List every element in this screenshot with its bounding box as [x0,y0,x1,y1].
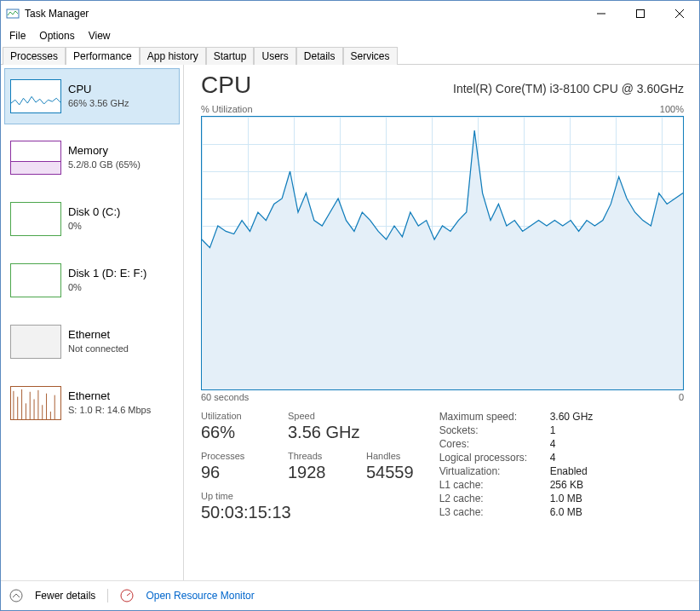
cpu-info-table: Maximum speed:3.60 GHz Sockets:1 Cores:4… [439,411,594,531]
eth1-thumb [10,325,61,359]
body: CPU 66% 3.56 GHz Memory 5.2/8.0 GB (65%)… [1,65,699,580]
tab-details[interactable]: Details [296,47,343,65]
footer-separator [107,589,108,602]
svg-marker-16 [202,130,683,389]
close-button[interactable] [660,1,699,26]
sidebar-eth2-title: Ethernet [68,389,151,404]
info-logical-v: 4 [550,452,556,464]
info-cores-v: 4 [550,438,556,450]
tab-users[interactable]: Users [254,47,295,65]
menubar: File Options View [1,26,699,45]
stat-utilization-label: Utilization [201,411,269,421]
memory-thumb [10,141,61,175]
info-cores-k: Cores: [439,438,550,450]
tab-app-history[interactable]: App history [140,47,206,65]
minimize-button[interactable] [582,1,621,26]
info-logical-k: Logical processors: [439,452,550,464]
stat-speed-value: 3.56 GHz [288,423,359,442]
tab-performance[interactable]: Performance [66,47,140,65]
svg-rect-2 [637,10,645,18]
task-manager-window: Task Manager File Options View Processes… [0,0,700,611]
info-virt-k: Virtualization: [439,465,550,477]
sidebar-disk0-sub: 0% [68,220,120,232]
sidebar-item-disk0[interactable]: Disk 0 (C:) 0% [4,191,180,247]
svg-line-19 [127,593,130,596]
stat-processes-label: Processes [201,451,269,461]
stat-speed-label: Speed [288,411,359,421]
chart-label-top-left: % Utilization [201,104,253,114]
tab-services[interactable]: Services [343,47,398,65]
menu-view[interactable]: View [89,30,111,42]
svg-point-17 [10,590,22,602]
resource-monitor-icon [120,589,134,602]
info-maxspeed-k: Maximum speed: [439,411,550,423]
chevron-up-icon[interactable] [9,589,23,602]
stat-utilization-value: 66% [201,423,269,442]
open-resource-monitor-link[interactable]: Open Resource Monitor [146,590,254,602]
page-title: CPU [201,72,251,99]
fewer-details-link[interactable]: Fewer details [35,590,95,602]
stats-area: Utilization 66% Speed 3.56 GHz Processes… [201,411,684,531]
info-l2-v: 1.0 MB [550,493,582,504]
sidebar-item-ethernet-2[interactable]: Ethernet S: 1.0 R: 14.6 Mbps [4,375,180,431]
sidebar: CPU 66% 3.56 GHz Memory 5.2/8.0 GB (65%)… [1,65,184,580]
eth2-thumb [10,386,61,420]
tabstrip: Processes Performance App history Startu… [1,45,699,65]
footer: Fewer details Open Resource Monitor [1,580,699,610]
info-sockets-k: Sockets: [439,424,550,436]
sidebar-cpu-sub: 66% 3.56 GHz [68,97,129,109]
info-l3-v: 6.0 MB [550,506,582,518]
sidebar-item-disk1[interactable]: Disk 1 (D: E: F:) 0% [4,252,180,308]
stat-threads-label: Threads [288,451,347,461]
info-l2-k: L2 cache: [439,493,550,504]
sidebar-item-ethernet-1[interactable]: Ethernet Not connected [4,314,180,370]
stat-uptime-value: 50:03:15:13 [201,503,291,522]
sidebar-disk0-title: Disk 0 (C:) [68,205,120,220]
tab-startup[interactable]: Startup [206,47,255,65]
stat-handles-label: Handles [366,451,414,461]
info-sockets-v: 1 [550,424,556,436]
info-l1-k: L1 cache: [439,479,550,491]
sidebar-eth1-title: Ethernet [68,328,129,343]
stat-processes-value: 96 [201,463,269,482]
stat-uptime-label: Up time [201,491,291,501]
window-controls [582,1,699,26]
sidebar-item-cpu[interactable]: CPU 66% 3.56 GHz [4,68,180,124]
disk0-thumb [10,202,61,236]
titlebar[interactable]: Task Manager [1,1,699,26]
disk1-thumb [10,263,61,297]
sidebar-disk1-sub: 0% [68,281,146,293]
cpu-utilization-chart[interactable] [201,116,684,390]
info-virt-v: Enabled [550,465,588,477]
menu-options[interactable]: Options [39,30,74,42]
info-l1-v: 256 KB [550,479,583,491]
info-l3-k: L3 cache: [439,506,550,518]
stat-handles-value: 54559 [366,463,414,482]
cpu-thumb [10,79,61,113]
chart-label-bottom-right: 0 [679,392,684,402]
tab-processes[interactable]: Processes [3,47,66,65]
sidebar-memory-sub: 5.2/8.0 GB (65%) [68,159,141,170]
window-title: Task Manager [25,8,89,20]
app-icon [6,7,20,20]
sidebar-disk1-title: Disk 1 (D: E: F:) [68,267,146,281]
menu-file[interactable]: File [9,30,26,42]
info-maxspeed-v: 3.60 GHz [550,411,594,423]
sidebar-eth2-sub: S: 1.0 R: 14.6 Mbps [68,404,151,416]
sidebar-cpu-title: CPU [68,83,129,97]
main-panel: CPU Intel(R) Core(TM) i3-8100 CPU @ 3.60… [184,65,699,580]
sidebar-item-memory[interactable]: Memory 5.2/8.0 GB (65%) [4,130,180,186]
stat-threads-value: 1928 [288,463,347,482]
chart-label-top-right: 100% [660,104,684,114]
chart-label-bottom-left: 60 seconds [201,392,249,402]
sidebar-eth1-sub: Not connected [68,343,129,354]
cpu-model-name: Intel(R) Core(TM) i3-8100 CPU @ 3.60GHz [453,82,684,95]
sidebar-memory-title: Memory [68,144,141,159]
maximize-button[interactable] [621,1,660,26]
